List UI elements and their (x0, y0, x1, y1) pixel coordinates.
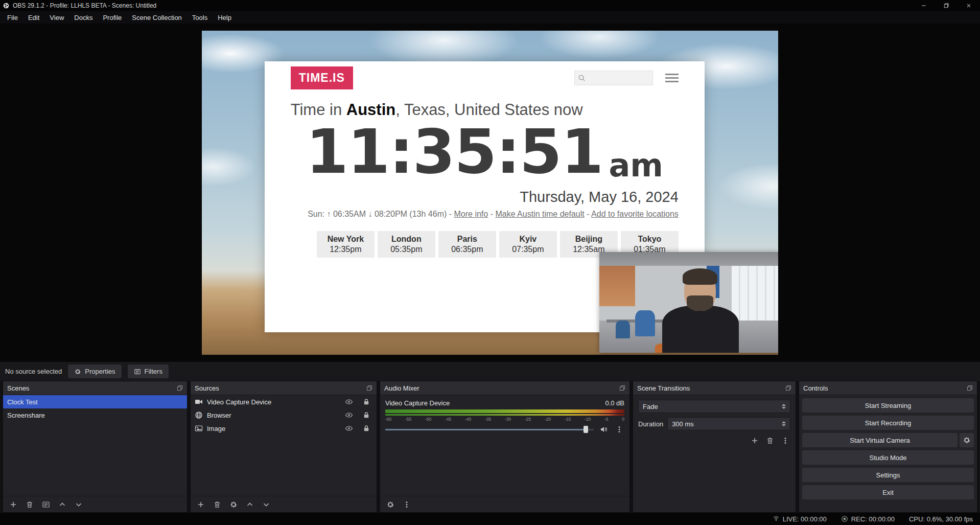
source-item-video-capture[interactable]: Video Capture Device (191, 395, 377, 408)
close-button[interactable] (958, 0, 980, 11)
image-icon (195, 424, 203, 432)
menu-profile[interactable]: Profile (98, 12, 127, 23)
minimize-button[interactable] (913, 0, 935, 11)
status-bar: LIVE: 00:00:00 REC: 00:00:00 CPU: 0.6%, … (0, 513, 980, 525)
dock-row: Scenes Clock Test Screenshare Sources (0, 381, 980, 513)
scene-transitions-panel: Scene Transitions Fade Duration 300 ms (633, 381, 796, 513)
remove-transition-button[interactable] (765, 436, 775, 446)
virtual-camera-config-button[interactable] (960, 433, 974, 447)
window-controls (913, 0, 980, 11)
add-favorite-link: Add to favorite locations (591, 210, 679, 218)
audio-dock-button[interactable] (619, 385, 625, 391)
visibility-toggle-icon[interactable] (344, 410, 354, 420)
title-bar: OBS 29.1.2 - Profile: LLHLS BETA - Scene… (0, 0, 980, 11)
scene-down-button[interactable] (74, 499, 84, 510)
source-properties-button[interactable] (228, 499, 239, 510)
menu-edit[interactable]: Edit (23, 12, 44, 23)
mixer-channel-name: Video Capture Device (385, 399, 450, 407)
webcam-person (662, 262, 739, 353)
sources-dock-button[interactable] (366, 385, 372, 391)
spinner-arrows-icon (782, 421, 786, 426)
scene-canvas[interactable]: TIME.IS Time in Austin, Texas, United St… (202, 31, 778, 355)
start-streaming-button[interactable]: Start Streaming (802, 398, 974, 413)
source-item-image[interactable]: Image (191, 422, 377, 435)
lock-toggle-icon[interactable] (361, 423, 371, 433)
exit-button[interactable]: Exit (802, 485, 974, 499)
menu-file[interactable]: File (2, 12, 23, 23)
cpu-fps-status: CPU: 0.6%, 30.00 fps (909, 515, 973, 523)
volume-slider[interactable] (385, 425, 594, 433)
mixer-level-db: 0.0 dB (605, 399, 624, 407)
sources-panel: Sources Video Capture Device Browser (190, 381, 377, 513)
source-up-button[interactable] (245, 499, 255, 510)
controls-panel: Controls Start Streaming Start Recording… (799, 381, 977, 513)
window-title: OBS 29.1.2 - Profile: LLHLS BETA - Scene… (13, 2, 156, 9)
globe-icon (195, 411, 203, 419)
duration-label: Duration (638, 420, 663, 428)
transitions-dock-button[interactable] (785, 385, 791, 391)
scenes-panel: Scenes Clock Test Screenshare (3, 381, 188, 513)
menu-help[interactable]: Help (213, 12, 237, 23)
add-transition-button[interactable] (750, 436, 760, 446)
source-down-button[interactable] (261, 499, 271, 510)
volume-meter-2 (385, 414, 624, 416)
transition-options-button[interactable] (780, 436, 790, 446)
camera-icon (195, 398, 203, 406)
properties-button[interactable]: Properties (68, 364, 121, 378)
mixer-options-button[interactable] (402, 499, 412, 510)
scene-item-screenshare[interactable]: Screenshare (3, 408, 187, 422)
timeis-sun-line: Sun: ↑ 06:35AM ↓ 08:20PM (13h 46m) - Mor… (291, 210, 679, 219)
timeis-date: Thursday, May 16, 2024 (291, 189, 679, 206)
menu-view[interactable]: View (44, 12, 69, 23)
visibility-toggle-icon[interactable] (344, 423, 354, 433)
sources-panel-title: Sources (195, 384, 219, 392)
obs-logo-icon (3, 3, 9, 9)
scenes-dock-button[interactable] (177, 385, 183, 391)
more-info-link: More info (454, 210, 488, 218)
remove-scene-button[interactable] (25, 499, 35, 510)
visibility-toggle-icon[interactable] (344, 397, 354, 407)
city-box: Paris 06:35pm (438, 231, 496, 258)
settings-button[interactable]: Settings (802, 468, 974, 482)
mute-button[interactable] (599, 424, 609, 435)
broadcast-icon (773, 515, 780, 522)
make-default-link: Make Austin time default (495, 210, 584, 218)
transition-select[interactable]: Fade (638, 400, 790, 413)
scene-filters-button[interactable] (41, 499, 51, 510)
advanced-audio-button[interactable] (385, 499, 395, 510)
audio-mixer-panel: Audio Mixer Video Capture Device 0.0 dB … (380, 381, 630, 513)
transitions-panel-title: Scene Transitions (637, 384, 690, 392)
channel-options-button[interactable] (614, 424, 624, 435)
add-source-button[interactable] (196, 499, 206, 510)
studio-mode-button[interactable]: Studio Mode (802, 450, 974, 465)
start-virtual-camera-button[interactable]: Start Virtual Camera (802, 433, 958, 447)
menu-tools[interactable]: Tools (187, 12, 213, 23)
source-toolbar: No source selected Properties Filters (0, 361, 980, 381)
remove-source-button[interactable] (212, 499, 222, 510)
controls-panel-title: Controls (803, 384, 828, 392)
lock-toggle-icon[interactable] (361, 397, 371, 407)
filters-button[interactable]: Filters (128, 364, 169, 378)
preview-area: TIME.IS Time in Austin, Texas, United St… (0, 24, 980, 361)
live-status: LIVE: 00:00:00 (773, 515, 827, 523)
volume-meter (385, 409, 624, 413)
timeis-clock: 11:35:51 am (291, 121, 679, 182)
scene-item-clock-test[interactable]: Clock Test (3, 395, 187, 408)
start-recording-button[interactable]: Start Recording (802, 416, 974, 430)
filter-icon (134, 368, 141, 375)
maximize-button[interactable] (935, 0, 958, 11)
source-status-text: No source selected (5, 368, 62, 375)
controls-dock-button[interactable] (967, 385, 973, 391)
source-item-browser[interactable]: Browser (191, 408, 377, 422)
duration-spinner[interactable]: 300 ms (667, 417, 790, 430)
combo-arrows-icon (782, 404, 786, 409)
menu-scene-collection[interactable]: Scene Collection (127, 12, 187, 23)
audio-mixer-title: Audio Mixer (384, 384, 419, 392)
add-scene-button[interactable] (8, 499, 18, 510)
lock-toggle-icon[interactable] (361, 410, 371, 420)
menu-docks[interactable]: Docks (69, 12, 98, 23)
webcam-overlay (599, 252, 778, 353)
menu-bar: File Edit View Docks Profile Scene Colle… (0, 11, 980, 24)
scene-up-button[interactable] (57, 499, 67, 510)
volume-slider-handle[interactable] (584, 426, 588, 433)
